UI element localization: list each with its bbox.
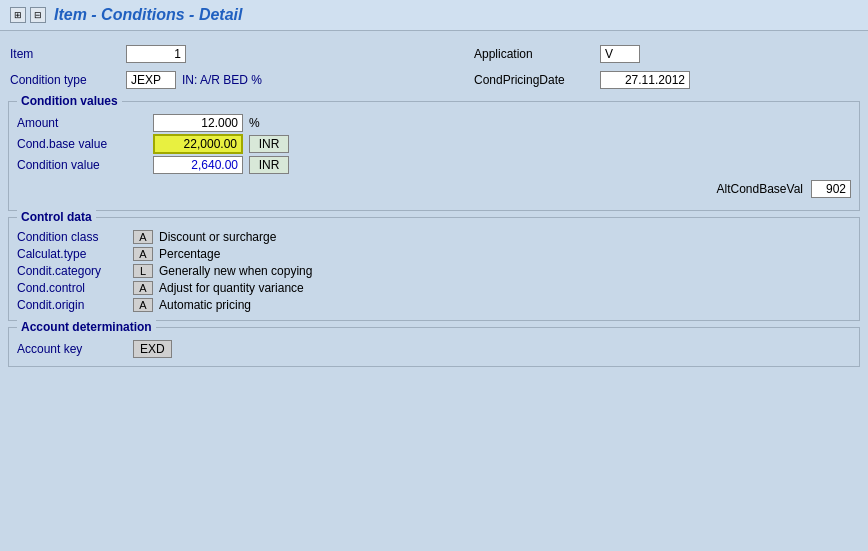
cond-control-label: Cond.control xyxy=(17,281,127,295)
title-bar: ⊞ ⊟ Item - Conditions - Detail xyxy=(0,0,868,31)
condition-class-badge: A xyxy=(133,230,153,244)
amount-value[interactable]: 12.000 xyxy=(153,114,243,132)
condition-values-section: Condition values Amount 12.000 % Cond.ba… xyxy=(8,101,860,211)
alt-cond-value[interactable]: 902 xyxy=(811,180,851,198)
cond-base-label: Cond.base value xyxy=(17,137,147,151)
control-data-section: Control data Condition class A Discount … xyxy=(8,217,860,321)
condition-type-label: Condition type xyxy=(10,73,120,87)
application-label: Application xyxy=(474,47,594,61)
condition-value-value[interactable]: 2,640.00 xyxy=(153,156,243,174)
calculat-type-desc: Percentage xyxy=(159,247,220,261)
condit-origin-badge: A xyxy=(133,298,153,312)
calculat-type-label: Calculat.type xyxy=(17,247,127,261)
condition-type-desc: IN: A/R BED % xyxy=(182,73,262,87)
cond-base-value[interactable]: 22,000.00 xyxy=(153,134,243,154)
condit-origin-desc: Automatic pricing xyxy=(159,298,251,312)
cond-control-desc: Adjust for quantity variance xyxy=(159,281,304,295)
icon1: ⊞ xyxy=(10,7,26,23)
condit-category-label: Condit.category xyxy=(17,264,127,278)
account-key-value[interactable]: EXD xyxy=(133,340,172,358)
item-label: Item xyxy=(10,47,120,61)
amount-label: Amount xyxy=(17,116,147,130)
condit-category-badge: L xyxy=(133,264,153,278)
condition-values-label: Condition values xyxy=(17,94,122,108)
item-value[interactable]: 1 xyxy=(126,45,186,63)
calculat-type-badge: A xyxy=(133,247,153,261)
icon2: ⊟ xyxy=(30,7,46,23)
condition-type-value[interactable]: JEXP xyxy=(126,71,176,89)
page-title: Item - Conditions - Detail xyxy=(54,6,242,24)
condition-class-label: Condition class xyxy=(17,230,127,244)
condit-category-desc: Generally new when copying xyxy=(159,264,312,278)
cond-pricing-date-value[interactable]: 27.11.2012 xyxy=(600,71,690,89)
condition-class-desc: Discount or surcharge xyxy=(159,230,276,244)
cond-control-badge: A xyxy=(133,281,153,295)
condit-origin-label: Condit.origin xyxy=(17,298,127,312)
alt-cond-label: AltCondBaseVal xyxy=(717,182,804,196)
condition-value-label: Condition value xyxy=(17,158,147,172)
account-determination-section: Account determination Account key EXD xyxy=(8,327,860,367)
cond-pricing-date-label: CondPricingDate xyxy=(474,73,594,87)
amount-unit: % xyxy=(249,116,260,130)
condition-value-unit: INR xyxy=(249,156,289,174)
control-data-label: Control data xyxy=(17,210,96,224)
cond-base-unit: INR xyxy=(249,135,289,153)
account-key-label: Account key xyxy=(17,342,127,356)
account-determination-label: Account determination xyxy=(17,320,156,334)
application-value[interactable]: V xyxy=(600,45,640,63)
